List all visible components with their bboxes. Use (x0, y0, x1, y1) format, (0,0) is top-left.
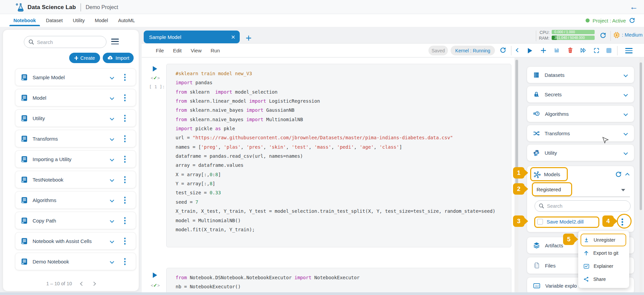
navigate-back-icon[interactable] (516, 48, 520, 52)
editor-tab-title: Sample Model (149, 34, 181, 40)
model-checkbox[interactable] (537, 219, 543, 225)
add-tab-icon[interactable] (245, 35, 252, 42)
model-item-label[interactable]: Save Model2.dill (547, 219, 584, 225)
code-cell-2[interactable]: from Notebook.DSNotebook.NotebookExecuto… (166, 268, 511, 292)
notebook-item-label: Algorithms (33, 197, 56, 203)
chevron-down-icon[interactable] (110, 116, 114, 120)
cell1-success-icon: <✓> (151, 75, 160, 81)
section-utility[interactable]: Utility (527, 144, 634, 161)
chevron-down-icon[interactable] (110, 96, 114, 100)
horizontal-scrollbar[interactable] (0, 292, 644, 295)
nav-tab-automl[interactable]: AutoML (118, 15, 136, 26)
editor-tab-sample-model[interactable]: Sample Model (144, 31, 240, 43)
notebook-list-item[interactable]: TestNotebook (15, 171, 136, 188)
dropdown-caret-icon[interactable] (621, 189, 625, 191)
menu-run[interactable]: Run (211, 48, 220, 53)
item-more-menu-icon[interactable] (124, 156, 126, 163)
project-refresh-icon[interactable] (629, 17, 635, 24)
chevron-up-icon[interactable] (625, 173, 630, 177)
menu-item-unregister[interactable]: Unregister (578, 234, 629, 246)
panel-scrollbar[interactable] (639, 58, 642, 292)
panel-scrollbar-thumb[interactable] (640, 62, 642, 210)
notebook-list-item[interactable]: Sample Model (15, 68, 136, 86)
next-page-icon[interactable] (92, 282, 96, 286)
notebook-list-item[interactable]: Algorithms (15, 191, 136, 209)
run-cell-icon[interactable] (528, 48, 532, 53)
menu-file[interactable]: File (156, 48, 164, 53)
notebook-icon (20, 94, 28, 102)
item-more-menu-icon[interactable] (124, 176, 126, 183)
section-algorithms[interactable]: Algorithms (527, 105, 634, 122)
chevron-down-icon[interactable] (110, 178, 114, 182)
prev-page-icon[interactable] (80, 282, 84, 286)
nav-tab-model[interactable]: Model (94, 15, 109, 26)
chevron-down-icon[interactable] (110, 137, 114, 141)
create-button[interactable]: Create (69, 53, 100, 63)
notebook-list-item[interactable]: Importing a Utility (15, 150, 136, 168)
section-transforms[interactable]: Transforms (527, 125, 634, 142)
nav-tab-notebook[interactable]: Notebook (13, 15, 37, 26)
notebook-list-item[interactable]: Model (15, 89, 136, 106)
models-filter-dropdown[interactable]: Registered (527, 184, 634, 197)
nav-tab-utility[interactable]: Utility (72, 15, 85, 26)
menu-item-explainer[interactable]: Explainer (578, 260, 629, 273)
menu-item-export-to-git[interactable]: Export to git (578, 247, 629, 259)
code-cell-1[interactable]: #sklearn train model new_V3import pandas… (166, 64, 511, 247)
section-datasets[interactable]: Datasets (527, 66, 634, 83)
models-refresh-icon[interactable] (615, 171, 622, 178)
item-more-menu-icon[interactable] (124, 135, 126, 142)
save-notebook-icon[interactable] (553, 47, 560, 54)
notebook-icon (20, 217, 28, 225)
delete-cell-icon[interactable] (567, 47, 574, 54)
fullscreen-icon[interactable] (593, 47, 600, 54)
cell2-run-icon[interactable] (153, 273, 157, 278)
sidebar-search-input[interactable] (24, 36, 106, 48)
models-search-input[interactable] (535, 200, 631, 212)
item-more-menu-icon[interactable] (124, 258, 126, 265)
chevron-down-icon[interactable] (624, 151, 628, 155)
run-all-icon[interactable] (580, 47, 587, 54)
section-secrets[interactable]: Secrets (527, 86, 634, 103)
resource-refresh-icon[interactable] (600, 32, 606, 39)
item-more-menu-icon[interactable] (124, 94, 126, 101)
notebook-list-item[interactable]: Utility (15, 109, 136, 127)
code-line: from Notebook.DSNotebook.NotebookExecuto… (176, 273, 511, 282)
item-more-menu-icon[interactable] (124, 197, 126, 204)
notebook-list-item[interactable]: Transforms (15, 130, 136, 147)
chevron-down-icon[interactable] (110, 75, 114, 80)
chevron-down-icon[interactable] (110, 198, 114, 202)
back-arrow-icon[interactable]: ← (630, 2, 638, 12)
models-header[interactable]: Models (527, 169, 634, 181)
menu-view[interactable]: View (191, 48, 201, 53)
chevron-down-icon[interactable] (110, 239, 114, 243)
close-tab-icon[interactable] (231, 35, 236, 40)
item-more-menu-icon[interactable] (124, 74, 126, 81)
kernel-refresh-icon[interactable] (500, 47, 506, 54)
notebook-list-item[interactable]: Notebook with Assist Cells (15, 232, 136, 250)
notebook-list-item[interactable]: Copy Path (15, 212, 136, 229)
nav-tab-dataset[interactable]: Dataset (45, 15, 63, 26)
menu-edit[interactable]: Edit (173, 48, 182, 53)
chevron-down-icon[interactable] (110, 218, 114, 223)
interrupt-kernel-icon[interactable] (606, 48, 611, 53)
chevron-down-icon[interactable] (624, 73, 628, 77)
import-button[interactable]: Import (103, 53, 134, 63)
code-line: import pickle as pkle (176, 124, 511, 133)
menu-item-share[interactable]: Share (578, 273, 629, 286)
chevron-down-icon[interactable] (624, 112, 628, 116)
chevron-down-icon[interactable] (110, 259, 114, 264)
item-more-menu-icon[interactable] (124, 115, 126, 122)
notebook-item-label: Demo Notebook (33, 259, 69, 264)
annotation-badge-1: 1 (513, 167, 524, 179)
model-more-menu-icon[interactable] (622, 218, 623, 226)
chevron-down-icon[interactable] (110, 157, 114, 161)
cell1-run-icon[interactable] (153, 66, 157, 71)
notebook-list-item[interactable]: Demo Notebook (15, 253, 136, 270)
chevron-down-icon[interactable] (624, 131, 628, 136)
chevron-down-icon[interactable] (624, 92, 628, 97)
sidebar-menu-icon[interactable] (111, 39, 119, 44)
item-more-menu-icon[interactable] (124, 217, 126, 224)
add-cell-icon[interactable] (540, 47, 547, 54)
item-more-menu-icon[interactable] (124, 238, 126, 245)
notebook-menu-icon[interactable] (625, 48, 633, 53)
